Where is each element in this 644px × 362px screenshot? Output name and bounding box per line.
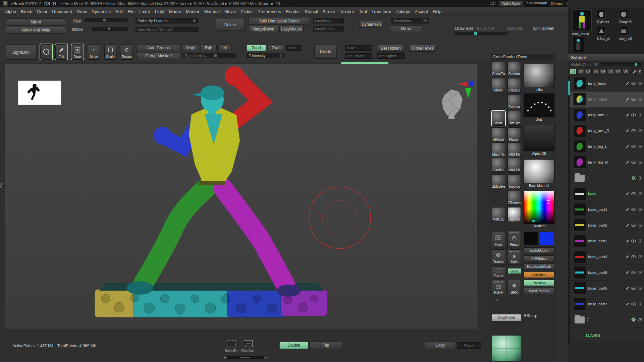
menu-tool[interactable]: Tool: [357, 8, 369, 15]
quicksave-button[interactable]: QuickSave: [499, 1, 523, 6]
basic-material-tile[interactable]: BasicM: [507, 207, 521, 222]
m-button[interactable]: M: [218, 45, 232, 51]
brush-imm-primitive-1[interactable]: IMM Pri: [507, 142, 521, 157]
backface-mask-button[interactable]: BackfaceMask: [524, 263, 554, 269]
flip-button[interactable]: Flip: [310, 342, 342, 349]
menu-document[interactable]: Document: [50, 8, 74, 15]
draw-size-slider[interactable]: [455, 32, 508, 35]
lazy-radius-slider[interactable]: LazyRadius: [313, 26, 344, 32]
paint-icon[interactable]: [626, 145, 629, 148]
tab-v4[interactable]: V4: [592, 69, 599, 74]
eye-icon[interactable]: [631, 239, 636, 243]
tool-thumb-cylinder[interactable]: [597, 10, 606, 19]
paint-icon[interactable]: [626, 271, 629, 275]
eye-icon[interactable]: [631, 302, 636, 306]
eye-icon[interactable]: [638, 255, 643, 258]
paint-icon[interactable]: [626, 255, 629, 259]
menu-dynamics[interactable]: Dynamics: [89, 8, 113, 15]
polish-by-features-slider[interactable]: Polish By Features: [136, 18, 198, 23]
split-unmasked-points-button[interactable]: Split Unmasked Points: [249, 18, 310, 24]
matcap-tile[interactable]: MatCap: [492, 207, 505, 222]
tab-v3[interactable]: V3: [585, 69, 592, 74]
color-picker[interactable]: [524, 191, 554, 224]
subtool-row-terry-leg-r[interactable]: terry_leg_R: [570, 155, 644, 170]
timeline-mini-scrollbar[interactable]: ◀ ▶: [224, 356, 267, 359]
panel-collapse-handle[interactable]: ◀▶: [0, 183, 2, 188]
rotate-mode-button[interactable]: Rotate: [121, 44, 133, 60]
subtool-row-llaves[interactable]: LLAVES: [570, 328, 644, 344]
subtool-row-base-part5[interactable]: base_part5: [570, 265, 644, 281]
mirror-button[interactable]: Mirror: [390, 25, 422, 32]
eye-icon[interactable]: [631, 224, 636, 227]
slice-curve-icon[interactable]: [244, 340, 253, 347]
menu-brush[interactable]: Brush: [18, 8, 35, 15]
lazy-snap-slider[interactable]: LazySnap: [313, 18, 344, 23]
floor-toggle[interactable]: Floor: [492, 232, 505, 247]
gxyz-button[interactable]: Gxyz: [507, 268, 522, 274]
colorize-button[interactable]: Colorize: [524, 272, 554, 278]
subtool-row-terry-chest-selected[interactable]: terry_chest: [570, 92, 644, 107]
menu-macro[interactable]: Macro: [167, 8, 183, 15]
auto-groups-button[interactable]: Auto Groups: [136, 45, 181, 51]
menu-light[interactable]: Light: [153, 8, 167, 15]
dynamesh-button[interactable]: DynaMesh: [359, 21, 383, 28]
tool-label-shehull[interactable]: she_hull: [619, 37, 632, 41]
menu-draw[interactable]: Draw: [74, 8, 89, 15]
delete-button[interactable]: Delete: [216, 19, 245, 31]
menus-toggle[interactable]: Menus: [551, 1, 563, 6]
scroll-left-icon[interactable]: ◀: [224, 356, 226, 359]
brush-movetopo[interactable]: Move Tc: [492, 142, 505, 157]
alpha-tile[interactable]: [524, 125, 554, 151]
solo-toggle[interactable]: Dynamic Solo: [507, 249, 521, 265]
brush-damstandard[interactable]: Damsta: [507, 95, 521, 109]
tool-thumb-terry[interactable]: [572, 9, 592, 31]
preview-button[interactable]: Preview: [524, 280, 554, 286]
brush-claybuildup[interactable]: ClayBui: [507, 78, 521, 93]
lightbox-button[interactable]: LightBox: [6, 44, 37, 60]
tool-label-usub[interactable]: USub_sl: [597, 37, 610, 41]
paint-icon[interactable]: [626, 208, 629, 212]
subtool-header[interactable]: Subtool: [568, 54, 644, 61]
tab-v8[interactable]: V8: [622, 69, 629, 74]
menu-help[interactable]: Help: [430, 8, 444, 15]
eye-icon[interactable]: [631, 208, 636, 211]
eye-icon[interactable]: [631, 145, 636, 148]
persp-toggle[interactable]: Dynamic Persp: [507, 231, 521, 247]
paint-icon[interactable]: [626, 161, 629, 164]
secondary-color-swatch[interactable]: [540, 232, 554, 245]
brush-slash3[interactable]: Slash3: [492, 158, 505, 173]
menu-layer[interactable]: Layer: [137, 8, 153, 15]
tab-v2[interactable]: V2: [577, 69, 584, 74]
tool-thumb-simplebrush[interactable]: [619, 10, 628, 19]
tab-v1[interactable]: V1: [570, 69, 577, 74]
tool-label-cylinder[interactable]: Cylinder: [597, 20, 609, 24]
bpr-button[interactable]: BPR: [507, 280, 521, 295]
double-button[interactable]: Double: [279, 342, 308, 349]
eye-icon[interactable]: [631, 287, 636, 290]
eye-icon[interactable]: [638, 208, 643, 211]
material-sphere-preview[interactable]: [492, 335, 521, 361]
subtool-paint-icon[interactable]: [632, 70, 637, 74]
menu-material[interactable]: Material: [202, 8, 222, 15]
main-color-swatch[interactable]: [524, 232, 538, 245]
brush-zmodeler[interactable]: ZModele: [492, 174, 505, 189]
visible-count-slider[interactable]: [600, 63, 641, 66]
eye-icon[interactable]: [638, 161, 643, 164]
brush-topological[interactable]: Topolog: [507, 174, 521, 189]
copy-button[interactable]: Copy: [425, 342, 455, 349]
eye-icon[interactable]: [638, 287, 643, 290]
subtool-row-base-part4[interactable]: base_part4: [570, 249, 644, 265]
mirror-dropdown[interactable]: Mirror: [6, 18, 66, 25]
subtool-folder-row-2[interactable]: 7: [570, 312, 644, 328]
eye-icon[interactable]: [638, 129, 643, 132]
auto-groups-with-uv-button[interactable]: Auto Groups With UV: [136, 27, 198, 32]
subtool-row-base-part3[interactable]: base_part3: [570, 233, 644, 249]
material-tile[interactable]: [524, 159, 554, 183]
menu-stroke[interactable]: Stroke: [320, 8, 337, 15]
divide-button[interactable]: Divide: [314, 45, 337, 59]
lazy-mouse-button[interactable]: LazyMouse: [279, 26, 304, 32]
brush-preview-tile[interactable]: [524, 64, 554, 87]
eye-icon[interactable]: [638, 82, 643, 85]
tool-thumb-secondary[interactable]: [572, 37, 584, 52]
menu-marker[interactable]: Marker: [183, 8, 202, 15]
